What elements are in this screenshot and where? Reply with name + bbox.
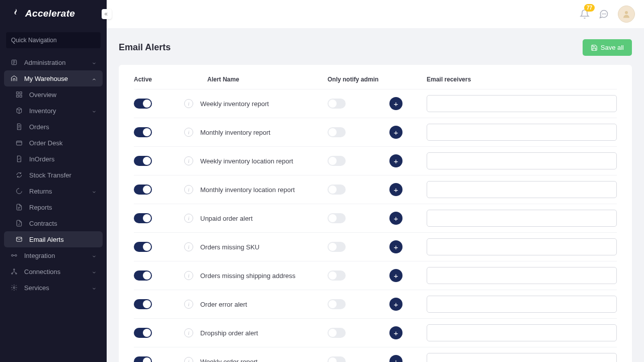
add-receiver-button[interactable]: + xyxy=(389,326,403,339)
info-icon[interactable]: i xyxy=(184,242,193,251)
sidebar-item-reports[interactable]: Reports xyxy=(4,199,103,215)
nav-menu: AdministrationMy WarehouseOverviewInvent… xyxy=(0,54,107,296)
email-receivers-input[interactable] xyxy=(427,124,617,141)
warehouse-icon xyxy=(10,74,18,82)
admin-toggle[interactable] xyxy=(328,242,346,252)
sidebar-item-stock-transfer[interactable]: Stock Transfer xyxy=(4,167,103,183)
sidebar-item-contracts[interactable]: Contracts xyxy=(4,215,103,231)
email-receivers-input[interactable] xyxy=(427,95,617,112)
sidebar-item-returns[interactable]: Returns xyxy=(4,183,103,199)
sidebar-item-email-alerts[interactable]: Email Alerts xyxy=(4,231,103,247)
admin-icon xyxy=(10,58,18,66)
add-receiver-button[interactable]: + xyxy=(389,126,403,139)
admin-toggle[interactable] xyxy=(328,99,346,109)
add-receiver-button[interactable]: + xyxy=(389,212,403,225)
sidebar-item-label: Administration xyxy=(24,59,65,66)
orderdesk-icon xyxy=(15,139,23,147)
sidebar: Accelerate Quick Navigation Administrati… xyxy=(0,0,107,362)
user-avatar[interactable] xyxy=(618,6,635,23)
admin-toggle[interactable] xyxy=(328,270,346,281)
active-toggle[interactable] xyxy=(134,213,152,223)
svg-point-10 xyxy=(12,273,13,274)
sidebar-item-connections[interactable]: Connections xyxy=(4,263,103,280)
services-icon xyxy=(10,284,18,292)
sidebar-item-label: Contracts xyxy=(29,220,57,227)
chevron-down-icon xyxy=(92,108,97,113)
add-receiver-button[interactable]: + xyxy=(389,298,403,311)
active-toggle[interactable] xyxy=(134,185,152,195)
info-icon[interactable]: i xyxy=(184,357,193,362)
overview-icon xyxy=(15,90,23,99)
svg-point-16 xyxy=(625,11,628,14)
active-toggle[interactable] xyxy=(134,242,152,252)
table-row: iOrder error alert+ xyxy=(134,290,617,318)
sidebar-item-orders[interactable]: Orders xyxy=(4,119,103,135)
add-receiver-button[interactable]: + xyxy=(389,240,403,253)
active-toggle[interactable] xyxy=(134,328,152,338)
chevron-down-icon xyxy=(92,253,97,258)
sidebar-item-label: Services xyxy=(24,284,49,292)
save-all-button[interactable]: Save all xyxy=(583,39,632,56)
add-receiver-button[interactable]: + xyxy=(389,183,403,196)
email-receivers-input[interactable] xyxy=(427,152,617,169)
admin-toggle[interactable] xyxy=(328,156,346,166)
alert-name: Dropship order alert xyxy=(200,329,258,337)
admin-toggle[interactable] xyxy=(328,213,346,223)
alert-name: Weekly inventory report xyxy=(200,100,269,108)
email-receivers-input[interactable] xyxy=(427,181,617,198)
active-toggle[interactable] xyxy=(134,99,152,109)
contracts-icon xyxy=(15,219,23,227)
save-all-label: Save all xyxy=(601,44,624,51)
table-row: iWeekly order report+ xyxy=(134,347,617,362)
info-icon[interactable]: i xyxy=(184,185,193,194)
active-toggle[interactable] xyxy=(134,156,152,166)
chevron-up-icon xyxy=(92,76,97,81)
add-receiver-button[interactable]: + xyxy=(389,97,403,110)
notifications-icon[interactable]: 77 xyxy=(580,9,590,19)
messages-icon[interactable] xyxy=(599,9,609,19)
admin-toggle[interactable] xyxy=(328,127,346,137)
sidebar-item-services[interactable]: Services xyxy=(4,280,103,296)
email-receivers-input[interactable] xyxy=(427,267,617,284)
info-icon[interactable]: i xyxy=(184,156,193,165)
info-icon[interactable]: i xyxy=(184,300,193,309)
quick-navigation[interactable]: Quick Navigation xyxy=(6,32,101,48)
email-receivers-input[interactable] xyxy=(427,238,617,255)
sidebar-item-label: My Warehouse xyxy=(24,75,68,82)
info-icon[interactable]: i xyxy=(184,328,193,337)
sidebar-item-my-warehouse[interactable]: My Warehouse xyxy=(4,70,103,86)
sidebar-item-integration[interactable]: Integration xyxy=(4,247,103,263)
active-toggle[interactable] xyxy=(134,299,152,309)
email-receivers-input[interactable] xyxy=(427,353,617,362)
sidebar-item-overview[interactable]: Overview xyxy=(4,86,103,103)
sidebar-item-administration[interactable]: Administration xyxy=(4,54,103,70)
info-icon[interactable]: i xyxy=(184,214,193,223)
add-receiver-button[interactable]: + xyxy=(389,154,403,167)
transfer-icon xyxy=(15,171,23,179)
svg-point-8 xyxy=(15,254,17,256)
admin-toggle[interactable] xyxy=(328,328,346,338)
inorders-icon xyxy=(15,155,23,163)
alert-name: Orders missing shipping address xyxy=(200,272,295,280)
email-receivers-input[interactable] xyxy=(427,296,617,313)
sidebar-item-inorders[interactable]: InOrders xyxy=(4,151,103,167)
sidebar-item-order-desk[interactable]: Order Desk xyxy=(4,135,103,151)
add-receiver-button[interactable]: + xyxy=(389,269,403,282)
add-receiver-button[interactable]: + xyxy=(389,355,403,362)
active-toggle[interactable] xyxy=(134,127,152,137)
info-icon[interactable]: i xyxy=(184,99,193,108)
info-icon[interactable]: i xyxy=(184,128,193,137)
email-receivers-input[interactable] xyxy=(427,210,617,227)
active-toggle[interactable] xyxy=(134,356,152,362)
admin-toggle[interactable] xyxy=(328,356,346,362)
svg-rect-2 xyxy=(20,92,22,94)
sidebar-item-label: Orders xyxy=(29,123,49,131)
sidebar-item-inventory[interactable]: Inventory xyxy=(4,103,103,119)
info-icon[interactable]: i xyxy=(184,271,193,280)
email-receivers-input[interactable] xyxy=(427,324,617,341)
sidebar-collapse-button[interactable] xyxy=(102,9,112,19)
active-toggle[interactable] xyxy=(134,270,152,281)
sidebar-item-label: Email Alerts xyxy=(29,236,64,243)
admin-toggle[interactable] xyxy=(328,299,346,309)
admin-toggle[interactable] xyxy=(328,185,346,195)
